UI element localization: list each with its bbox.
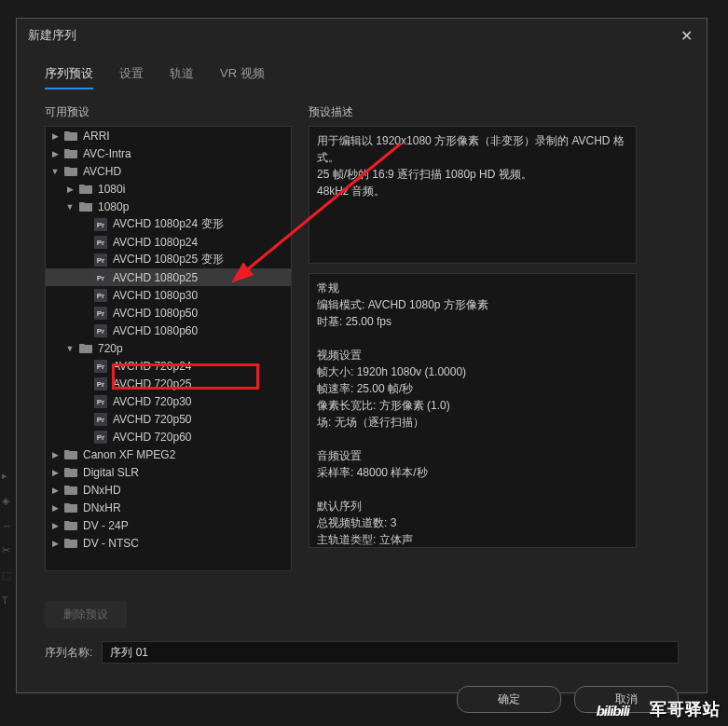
tree-folder[interactable]: ▶DV - 24P	[46, 516, 291, 534]
ok-button[interactable]: 确定	[457, 686, 561, 713]
tree-item-label: AVCHD 1080p24	[113, 236, 198, 249]
tab-2[interactable]: 轨道	[170, 60, 194, 89]
svg-text:Pr: Pr	[97, 256, 104, 265]
preset-icon: Pr	[94, 324, 109, 337]
folder-icon	[79, 200, 94, 213]
tree-item-label: 1080i	[98, 183, 125, 196]
tree-preset[interactable]: PrAVCHD 1080p24 变形	[46, 215, 291, 233]
tree-folder[interactable]: ▼AVCHD	[46, 162, 291, 180]
tree-item-label: AVCHD 720p30	[113, 395, 192, 408]
preset-description: 用于编辑以 1920x1080 方形像素（非变形）录制的 AVCHD 格式。25…	[309, 126, 637, 264]
preset-icon: Pr	[94, 218, 109, 231]
preset-icon: Pr	[94, 360, 109, 373]
chevron-icon: ▶	[49, 149, 61, 158]
chevron-icon: ▶	[49, 450, 61, 459]
preset-icon: Pr	[94, 377, 109, 390]
svg-text:Pr: Pr	[97, 416, 104, 424]
tree-folder[interactable]: ▶AVC-Intra	[46, 144, 291, 162]
preset-icon: Pr	[94, 307, 109, 320]
preset-icon: Pr	[94, 289, 109, 302]
tree-item-label: AVCHD 720p50	[113, 413, 192, 426]
chevron-icon: ▶	[49, 131, 61, 141]
tree-item-label: AVC-Intra	[83, 147, 131, 160]
tree-item-label: AVCHD 720p25	[113, 377, 192, 390]
preset-icon: Pr	[94, 253, 109, 267]
tree-preset[interactable]: PrAVCHD 1080p24	[46, 233, 291, 251]
svg-text:Pr: Pr	[97, 292, 104, 300]
app-sidebar-icons: ▸◈↔✂⬚T	[2, 457, 15, 619]
tree-item-label: ARRI	[83, 130, 110, 143]
tree-preset[interactable]: PrAVCHD 1080p25	[46, 268, 291, 286]
folder-icon	[79, 183, 94, 196]
preset-icon: Pr	[94, 271, 109, 284]
svg-text:Pr: Pr	[97, 274, 104, 282]
tree-preset[interactable]: PrAVCHD 720p30	[46, 392, 291, 410]
tree-folder[interactable]: ▶Digital SLR	[46, 463, 291, 481]
sequence-name-input[interactable]	[102, 641, 679, 664]
tree-item-label: DV - NTSC	[83, 537, 139, 550]
tree-item-label: AVCHD 1080p25 变形	[113, 252, 224, 267]
folder-icon	[64, 537, 79, 550]
tree-preset[interactable]: PrAVCHD 1080p30	[46, 286, 291, 304]
preset-icon: Pr	[94, 236, 109, 249]
tree-preset[interactable]: PrAVCHD 720p24	[46, 357, 291, 375]
svg-text:Pr: Pr	[97, 221, 104, 229]
tree-folder[interactable]: ▶ARRI	[46, 127, 291, 144]
tree-folder[interactable]: ▶DNxHD	[46, 481, 291, 499]
folder-icon	[64, 147, 79, 160]
tree-item-label: Digital SLR	[83, 466, 139, 479]
tree-preset[interactable]: PrAVCHD 1080p50	[46, 304, 291, 322]
tree-folder[interactable]: ▶1080i	[46, 180, 291, 198]
chevron-icon: ▶	[49, 521, 61, 530]
folder-icon	[64, 466, 79, 479]
tree-folder[interactable]: ▼720p	[46, 339, 291, 357]
description-label: 预设描述	[309, 104, 637, 120]
folder-icon	[79, 342, 94, 355]
folder-icon	[64, 165, 79, 178]
tree-item-label: 720p	[98, 342, 123, 355]
tree-preset[interactable]: PrAVCHD 720p25	[46, 375, 291, 392]
tree-item-label: DNxHR	[83, 501, 121, 514]
watermark-text: 军哥驿站	[650, 698, 721, 720]
tab-1[interactable]: 设置	[119, 60, 144, 89]
svg-text:Pr: Pr	[97, 327, 104, 336]
tree-item-label: AVCHD	[83, 165, 121, 178]
tree-preset[interactable]: PrAVCHD 1080p25 变形	[46, 251, 291, 268]
tree-preset[interactable]: PrAVCHD 1080p60	[46, 322, 291, 339]
svg-text:Pr: Pr	[97, 309, 104, 318]
chevron-icon: ▼	[64, 344, 76, 353]
tab-0[interactable]: 序列预设	[45, 60, 93, 89]
folder-icon	[64, 519, 79, 532]
chevron-icon: ▶	[64, 185, 76, 194]
tree-folder[interactable]: ▶Canon XF MPEG2	[46, 445, 291, 463]
tree-preset[interactable]: PrAVCHD 720p50	[46, 410, 291, 428]
tree-preset[interactable]: PrAVCHD 720p60	[46, 428, 291, 445]
tree-item-label: DV - 24P	[83, 519, 129, 532]
chevron-icon: ▼	[64, 202, 76, 212]
close-icon[interactable]: ✕	[677, 27, 695, 45]
chevron-icon: ▶	[49, 539, 61, 548]
tree-item-label: DNxHD	[83, 484, 121, 497]
preset-icon: Pr	[94, 431, 109, 444]
tree-item-label: AVCHD 1080p50	[113, 307, 198, 320]
chevron-icon: ▶	[49, 468, 61, 477]
sequence-name-label: 序列名称:	[45, 645, 92, 661]
chevron-icon: ▶	[49, 486, 61, 495]
svg-text:Pr: Pr	[97, 433, 104, 442]
tab-3[interactable]: VR 视频	[220, 60, 265, 89]
tree-item-label: AVCHD 1080p24 变形	[113, 216, 224, 232]
preset-tree[interactable]: ▶ARRI▶AVC-Intra▼AVCHD▶1080i▼1080pPrAVCHD…	[45, 126, 292, 571]
delete-preset-button: 删除预设	[45, 601, 127, 628]
preset-settings: 常规编辑模式: AVCHD 1080p 方形像素时基: 25.00 fps视频设…	[309, 273, 637, 548]
folder-icon	[64, 448, 79, 461]
tree-item-label: AVCHD 1080p30	[113, 289, 198, 302]
folder-icon	[64, 501, 79, 514]
folder-icon	[64, 484, 79, 497]
tree-folder[interactable]: ▶DNxHR	[46, 499, 291, 516]
tree-item-label: AVCHD 1080p25	[113, 271, 198, 284]
tree-item-label: AVCHD 720p24	[113, 360, 192, 373]
svg-text:Pr: Pr	[97, 363, 104, 371]
tree-folder[interactable]: ▼1080p	[46, 198, 291, 215]
tree-folder[interactable]: ▶DV - NTSC	[46, 534, 291, 552]
svg-text:Pr: Pr	[97, 380, 104, 389]
